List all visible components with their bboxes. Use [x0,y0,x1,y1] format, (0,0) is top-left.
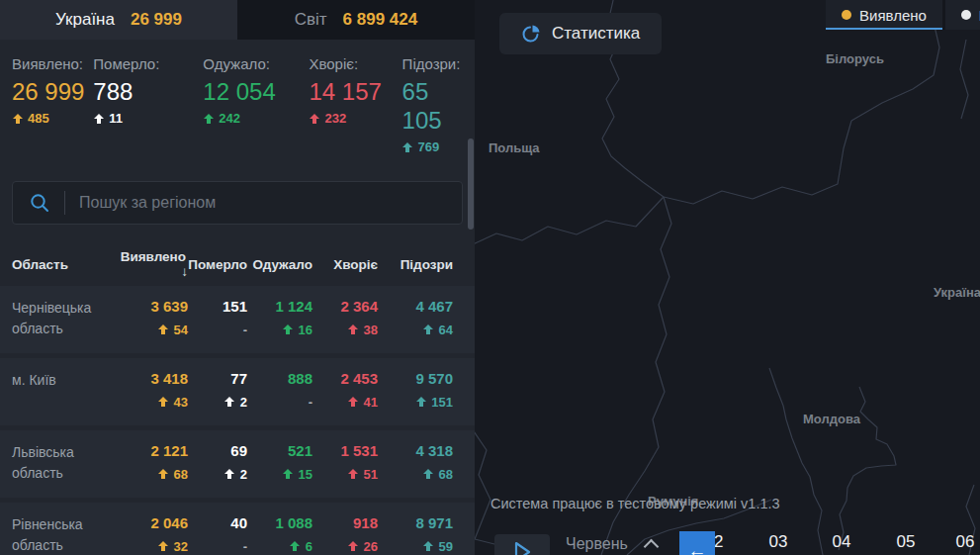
cell-delta-value: 38 [364,323,378,337]
cell-delta: - [188,539,247,554]
column-header-0[interactable]: Область [12,257,117,272]
map-mode-tab-label: Виявлено [859,7,927,24]
cell-delta-value: 6 [306,539,312,554]
cell-value: 918 [312,514,378,532]
stat-label: Підозри: [402,55,475,73]
cell-delta-value: 151 [431,395,453,410]
cell-value: 888 [247,370,312,388]
cell-delta: 26 [312,539,378,554]
tab-ukraine[interactable]: Україна 26 999 [0,0,237,40]
arrow-up-icon [423,324,434,335]
arrow-up-icon [158,324,169,335]
cell-delta: 51 [312,467,378,482]
cell-value: 2 364 [312,298,378,316]
arrow-up-icon [12,114,23,125]
cell-value: 9 570 [378,370,453,388]
map-borders [475,0,980,555]
month-label: Червень [566,535,628,553]
search-input[interactable] [65,194,462,212]
map-mode-tab-1[interactable]: По [942,0,980,30]
stat-delta-value: 242 [219,111,240,127]
table-cell: 1 0886 [247,514,312,555]
timeline-play-button[interactable] [494,534,550,555]
table-cell: 151- [188,298,247,353]
table-row[interactable]: Рівненська область2 0463240-1 0886918268… [0,503,475,555]
chevron-up-icon [644,539,660,555]
cell-delta-value: 32 [174,539,188,554]
table-cell: 3 41843 [117,370,188,425]
column-header-4[interactable]: Хворіє [312,257,378,272]
table-cell: 4 31868 [378,442,453,498]
stat-delta: 485 [12,111,93,127]
stat-delta: 242 [203,111,309,127]
column-header-5[interactable]: Підозри [378,257,453,272]
cell-delta: 68 [378,467,453,482]
column-header-3[interactable]: Одужало [247,257,312,272]
arrow-up-icon [224,469,235,480]
arrow-up-icon [348,541,359,552]
arrow-up-icon [423,541,434,552]
cell-value: 2 121 [117,442,188,460]
region-name: Чернівецька область [12,298,117,353]
arrow-up-icon [224,397,235,408]
arrow-up-icon [348,397,359,408]
arrow-up-icon [158,397,169,408]
column-header-1[interactable]: Виявлено ↓ [117,249,188,279]
table-row[interactable]: м. Київ3 41843772888-2 453419 570151 [0,358,475,425]
tab-world-total: 6 899 424 [343,10,418,30]
stat-suspicion: Підозри:65 105769 [402,55,475,155]
cell-delta-value: 68 [439,467,453,482]
timeline-date[interactable]: 04 [833,532,851,552]
statistics-button-label: Статистика [552,24,640,44]
cell-delta-value: 43 [174,395,188,410]
cell-delta-value: 54 [174,323,188,337]
month-selector[interactable]: Червень [566,535,657,553]
cell-delta-value: 59 [439,539,453,554]
statistics-button[interactable]: Статистика [499,13,662,54]
cell-delta: 68 [117,467,188,482]
table-row[interactable]: Львівська область2 12168692521151 531514… [0,430,475,498]
arrow-up-icon [203,114,214,125]
cell-value: 69 [188,442,247,460]
timeline-date[interactable]: 06 [956,532,975,552]
timeline-back-button[interactable]: ← [679,531,715,555]
stat-delta: 769 [402,139,475,155]
cell-delta: 38 [312,323,378,337]
timeline-date[interactable]: 03 [769,532,788,552]
column-header-label: Хворіє [333,257,378,272]
map-mode-tabs: ВиявленоПо [826,0,980,30]
cell-value: 40 [188,514,247,532]
region-search [12,181,463,225]
column-header-label: Область [12,257,68,272]
cell-value: 1 531 [312,442,378,460]
cell-value: 1 124 [247,298,312,316]
table-cell: 9 570151 [378,370,453,425]
tab-world[interactable]: Світ 6 899 424 [237,0,475,40]
arrow-up-icon [283,324,294,335]
cell-value: 2 453 [312,370,378,388]
panel-scrollbar[interactable] [468,139,474,230]
country-label: Україна [934,285,980,300]
cell-value: 151 [188,298,247,316]
timeline-date[interactable]: 05 [897,532,916,552]
table-row[interactable]: Чернівецька область3 63954151-1 124162 3… [0,286,475,353]
map-mode-tab-0[interactable]: Виявлено [826,0,942,30]
table-cell: 2 45341 [312,370,378,425]
arrow-up-icon [423,469,434,480]
arrow-left-icon: ← [688,540,707,555]
country-scope-tabs: Україна 26 999 Світ 6 899 424 [0,0,475,40]
stat-delta-value: 769 [418,139,440,155]
arrow-up-icon [402,142,413,153]
covid-dashboard: Україна 26 999 Світ 6 899 424 Виявлено:2… [0,0,980,555]
tab-world-label: Світ [295,10,327,30]
country-label: Польща [489,140,540,155]
cell-delta: 6 [247,539,312,554]
map-canvas[interactable]: БілорусьПольщаУкраїнаМолдоваРумунія Стат… [475,0,980,555]
cell-value: 3 639 [117,298,188,316]
national-stats: Виявлено:26 999485Померло:78811Одужало:1… [0,40,475,155]
cell-delta: 41 [312,395,378,410]
table-cell: 52115 [247,442,312,498]
column-header-2[interactable]: Померло [188,257,247,272]
table-cell: 888- [247,370,312,425]
region-name: м. Київ [12,370,117,425]
